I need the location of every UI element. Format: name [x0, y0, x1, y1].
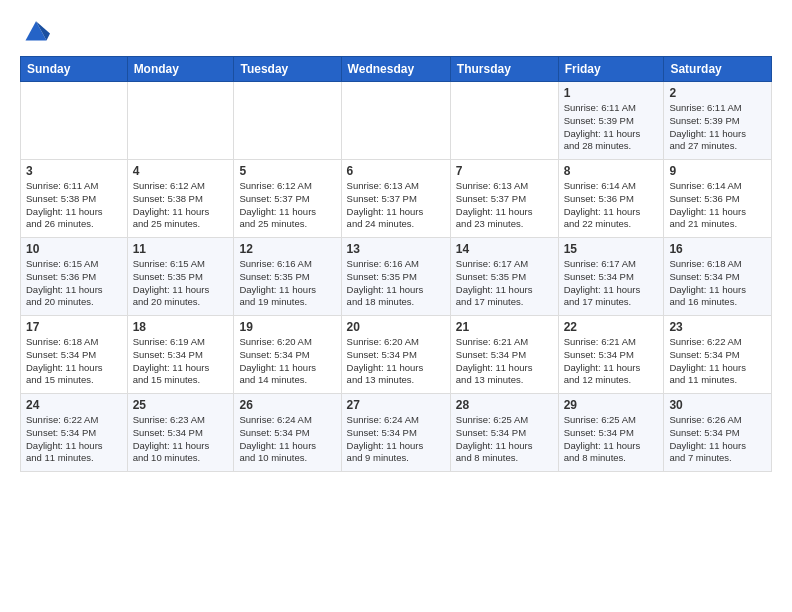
day-info: Sunrise: 6:15 AM Sunset: 5:35 PM Dayligh… — [133, 258, 229, 309]
day-number: 23 — [669, 320, 766, 334]
day-info: Sunrise: 6:26 AM Sunset: 5:34 PM Dayligh… — [669, 414, 766, 465]
day-number: 2 — [669, 86, 766, 100]
calendar-cell: 18Sunrise: 6:19 AM Sunset: 5:34 PM Dayli… — [127, 316, 234, 394]
day-number: 13 — [347, 242, 445, 256]
calendar-cell: 16Sunrise: 6:18 AM Sunset: 5:34 PM Dayli… — [664, 238, 772, 316]
day-info: Sunrise: 6:20 AM Sunset: 5:34 PM Dayligh… — [347, 336, 445, 387]
day-number: 7 — [456, 164, 553, 178]
calendar-cell — [341, 82, 450, 160]
weekday-header-monday: Monday — [127, 57, 234, 82]
calendar-cell: 27Sunrise: 6:24 AM Sunset: 5:34 PM Dayli… — [341, 394, 450, 472]
week-row-1: 3Sunrise: 6:11 AM Sunset: 5:38 PM Daylig… — [21, 160, 772, 238]
calendar-cell: 2Sunrise: 6:11 AM Sunset: 5:39 PM Daylig… — [664, 82, 772, 160]
calendar-cell: 26Sunrise: 6:24 AM Sunset: 5:34 PM Dayli… — [234, 394, 341, 472]
day-info: Sunrise: 6:16 AM Sunset: 5:35 PM Dayligh… — [239, 258, 335, 309]
week-row-2: 10Sunrise: 6:15 AM Sunset: 5:36 PM Dayli… — [21, 238, 772, 316]
day-info: Sunrise: 6:24 AM Sunset: 5:34 PM Dayligh… — [347, 414, 445, 465]
calendar-cell: 6Sunrise: 6:13 AM Sunset: 5:37 PM Daylig… — [341, 160, 450, 238]
day-info: Sunrise: 6:23 AM Sunset: 5:34 PM Dayligh… — [133, 414, 229, 465]
calendar-cell: 21Sunrise: 6:21 AM Sunset: 5:34 PM Dayli… — [450, 316, 558, 394]
calendar-cell — [234, 82, 341, 160]
calendar-cell: 24Sunrise: 6:22 AM Sunset: 5:34 PM Dayli… — [21, 394, 128, 472]
calendar: SundayMondayTuesdayWednesdayThursdayFrid… — [20, 56, 772, 472]
calendar-cell: 28Sunrise: 6:25 AM Sunset: 5:34 PM Dayli… — [450, 394, 558, 472]
weekday-header-wednesday: Wednesday — [341, 57, 450, 82]
day-number: 5 — [239, 164, 335, 178]
calendar-cell: 23Sunrise: 6:22 AM Sunset: 5:34 PM Dayli… — [664, 316, 772, 394]
day-number: 12 — [239, 242, 335, 256]
calendar-cell: 15Sunrise: 6:17 AM Sunset: 5:34 PM Dayli… — [558, 238, 664, 316]
day-info: Sunrise: 6:13 AM Sunset: 5:37 PM Dayligh… — [347, 180, 445, 231]
week-row-4: 24Sunrise: 6:22 AM Sunset: 5:34 PM Dayli… — [21, 394, 772, 472]
calendar-cell: 17Sunrise: 6:18 AM Sunset: 5:34 PM Dayli… — [21, 316, 128, 394]
day-number: 26 — [239, 398, 335, 412]
day-number: 16 — [669, 242, 766, 256]
day-info: Sunrise: 6:11 AM Sunset: 5:38 PM Dayligh… — [26, 180, 122, 231]
calendar-cell: 4Sunrise: 6:12 AM Sunset: 5:38 PM Daylig… — [127, 160, 234, 238]
day-info: Sunrise: 6:25 AM Sunset: 5:34 PM Dayligh… — [456, 414, 553, 465]
calendar-cell: 29Sunrise: 6:25 AM Sunset: 5:34 PM Dayli… — [558, 394, 664, 472]
day-info: Sunrise: 6:14 AM Sunset: 5:36 PM Dayligh… — [669, 180, 766, 231]
calendar-cell: 1Sunrise: 6:11 AM Sunset: 5:39 PM Daylig… — [558, 82, 664, 160]
day-number: 29 — [564, 398, 659, 412]
day-info: Sunrise: 6:16 AM Sunset: 5:35 PM Dayligh… — [347, 258, 445, 309]
calendar-cell: 10Sunrise: 6:15 AM Sunset: 5:36 PM Dayli… — [21, 238, 128, 316]
day-number: 28 — [456, 398, 553, 412]
calendar-cell: 8Sunrise: 6:14 AM Sunset: 5:36 PM Daylig… — [558, 160, 664, 238]
day-info: Sunrise: 6:21 AM Sunset: 5:34 PM Dayligh… — [456, 336, 553, 387]
day-info: Sunrise: 6:18 AM Sunset: 5:34 PM Dayligh… — [669, 258, 766, 309]
day-number: 22 — [564, 320, 659, 334]
calendar-cell: 14Sunrise: 6:17 AM Sunset: 5:35 PM Dayli… — [450, 238, 558, 316]
calendar-cell: 30Sunrise: 6:26 AM Sunset: 5:34 PM Dayli… — [664, 394, 772, 472]
day-info: Sunrise: 6:14 AM Sunset: 5:36 PM Dayligh… — [564, 180, 659, 231]
day-info: Sunrise: 6:12 AM Sunset: 5:37 PM Dayligh… — [239, 180, 335, 231]
calendar-cell: 20Sunrise: 6:20 AM Sunset: 5:34 PM Dayli… — [341, 316, 450, 394]
day-number: 1 — [564, 86, 659, 100]
weekday-header-friday: Friday — [558, 57, 664, 82]
day-info: Sunrise: 6:19 AM Sunset: 5:34 PM Dayligh… — [133, 336, 229, 387]
day-number: 20 — [347, 320, 445, 334]
day-number: 4 — [133, 164, 229, 178]
day-info: Sunrise: 6:20 AM Sunset: 5:34 PM Dayligh… — [239, 336, 335, 387]
day-number: 24 — [26, 398, 122, 412]
day-info: Sunrise: 6:25 AM Sunset: 5:34 PM Dayligh… — [564, 414, 659, 465]
calendar-cell: 25Sunrise: 6:23 AM Sunset: 5:34 PM Dayli… — [127, 394, 234, 472]
day-number: 6 — [347, 164, 445, 178]
calendar-cell: 22Sunrise: 6:21 AM Sunset: 5:34 PM Dayli… — [558, 316, 664, 394]
day-number: 21 — [456, 320, 553, 334]
day-number: 15 — [564, 242, 659, 256]
calendar-cell — [127, 82, 234, 160]
day-number: 30 — [669, 398, 766, 412]
day-info: Sunrise: 6:22 AM Sunset: 5:34 PM Dayligh… — [26, 414, 122, 465]
day-info: Sunrise: 6:17 AM Sunset: 5:34 PM Dayligh… — [564, 258, 659, 309]
day-info: Sunrise: 6:21 AM Sunset: 5:34 PM Dayligh… — [564, 336, 659, 387]
day-info: Sunrise: 6:13 AM Sunset: 5:37 PM Dayligh… — [456, 180, 553, 231]
day-number: 17 — [26, 320, 122, 334]
day-info: Sunrise: 6:17 AM Sunset: 5:35 PM Dayligh… — [456, 258, 553, 309]
day-number: 10 — [26, 242, 122, 256]
calendar-cell: 11Sunrise: 6:15 AM Sunset: 5:35 PM Dayli… — [127, 238, 234, 316]
day-number: 3 — [26, 164, 122, 178]
calendar-cell: 19Sunrise: 6:20 AM Sunset: 5:34 PM Dayli… — [234, 316, 341, 394]
calendar-cell — [21, 82, 128, 160]
weekday-header-thursday: Thursday — [450, 57, 558, 82]
logo-icon — [22, 16, 50, 44]
day-number: 18 — [133, 320, 229, 334]
day-number: 11 — [133, 242, 229, 256]
day-number: 19 — [239, 320, 335, 334]
calendar-cell: 7Sunrise: 6:13 AM Sunset: 5:37 PM Daylig… — [450, 160, 558, 238]
day-info: Sunrise: 6:24 AM Sunset: 5:34 PM Dayligh… — [239, 414, 335, 465]
weekday-header-tuesday: Tuesday — [234, 57, 341, 82]
weekday-header-sunday: Sunday — [21, 57, 128, 82]
weekday-header-row: SundayMondayTuesdayWednesdayThursdayFrid… — [21, 57, 772, 82]
calendar-cell: 9Sunrise: 6:14 AM Sunset: 5:36 PM Daylig… — [664, 160, 772, 238]
day-info: Sunrise: 6:22 AM Sunset: 5:34 PM Dayligh… — [669, 336, 766, 387]
day-number: 9 — [669, 164, 766, 178]
weekday-header-saturday: Saturday — [664, 57, 772, 82]
day-info: Sunrise: 6:11 AM Sunset: 5:39 PM Dayligh… — [669, 102, 766, 153]
header — [20, 16, 772, 44]
calendar-cell: 12Sunrise: 6:16 AM Sunset: 5:35 PM Dayli… — [234, 238, 341, 316]
calendar-cell: 13Sunrise: 6:16 AM Sunset: 5:35 PM Dayli… — [341, 238, 450, 316]
logo — [20, 16, 50, 44]
calendar-cell: 3Sunrise: 6:11 AM Sunset: 5:38 PM Daylig… — [21, 160, 128, 238]
